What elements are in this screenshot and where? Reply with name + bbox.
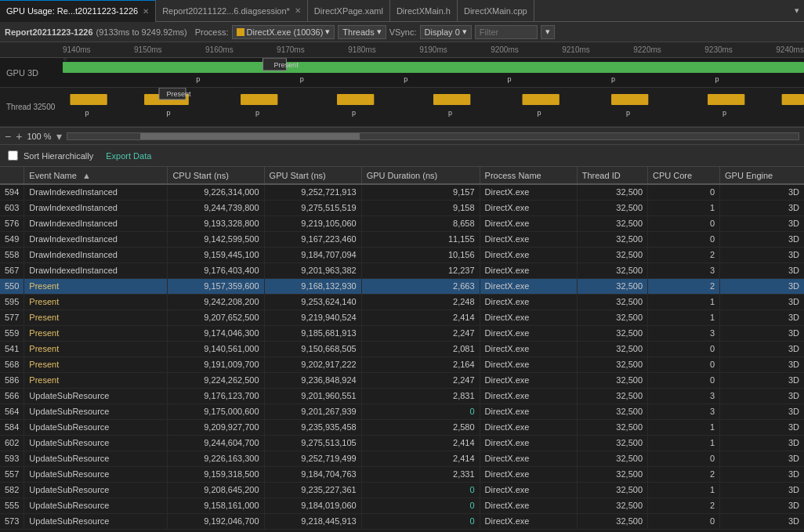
cell-thread-id: 32,500 — [577, 325, 647, 341]
table-row[interactable]: 550 Present 9,157,359,600 9,168,132,930 … — [0, 278, 804, 294]
cell-gpu-engine: 3D — [720, 325, 804, 341]
cell-thread-id: 32,500 — [577, 404, 647, 419]
filter-input[interactable] — [475, 25, 538, 39]
tab-directxpage[interactable]: DirectXPage.xaml — [308, 0, 390, 22]
cell-id: 558 — [0, 247, 24, 262]
zoom-plus-button[interactable]: + — [16, 130, 22, 143]
cell-thread-id: 32,500 — [577, 466, 647, 482]
cell-cpu-start: 9,208,645,200 — [168, 482, 264, 498]
table-row[interactable]: 586 Present 9,224,262,500 9,236,848,924 … — [0, 372, 804, 388]
zoom-level-display: 100 % — [27, 132, 51, 141]
session-label: Report20211223-1226 — [5, 27, 93, 37]
cell-event-name: UpdateSubResource — [24, 498, 168, 513]
cell-thread-id: 32,500 — [577, 215, 647, 231]
col-gpu-engine[interactable]: GPU Engine — [720, 167, 804, 184]
threads-dropdown[interactable]: Threads ▾ — [338, 25, 386, 39]
table-row[interactable]: 557 UpdateSubResource 9,159,318,500 9,18… — [0, 466, 804, 482]
col-process-name[interactable]: Process Name — [480, 167, 577, 184]
thread-track[interactable]: p p p p p p p p Present — [63, 88, 804, 126]
col-gpu-start[interactable]: GPU Start (ns) — [264, 167, 361, 184]
ruler-mark: 9150ms — [134, 45, 162, 54]
table-row[interactable]: 594 DrawIndexedInstanced 9,226,314,000 9… — [0, 184, 804, 200]
col-cpu-start[interactable]: CPU Start (ns) — [168, 167, 264, 184]
table-row[interactable]: 555 UpdateSubResource 9,158,161,000 9,18… — [0, 498, 804, 513]
cell-gpu-start: 9,275,513,105 — [264, 435, 361, 451]
tab-report-close[interactable]: ✕ — [295, 6, 301, 15]
zoom-minus-button[interactable]: − — [5, 130, 11, 143]
cell-event-name: Present — [24, 325, 168, 341]
cell-cpu-start: 9,176,123,700 — [168, 388, 264, 404]
table-row[interactable]: 593 UpdateSubResource 9,226,163,300 9,25… — [0, 451, 804, 466]
cell-cpu-core: 3 — [648, 325, 720, 341]
table-row[interactable]: 603 DrawIndexedInstanced 9,244,739,800 9… — [0, 200, 804, 215]
tab-overflow-button[interactable]: ▾ — [790, 5, 804, 16]
cell-thread-id: 32,500 — [577, 482, 647, 498]
tab-gpu-usage-close[interactable]: ✕ — [143, 7, 149, 16]
filter-dropdown-arrow[interactable]: ▾ — [541, 25, 555, 39]
cell-gpu-engine: 3D — [720, 294, 804, 309]
cell-id: 559 — [0, 325, 24, 341]
sort-hierarchically-input[interactable] — [8, 150, 18, 161]
cell-event-name: UpdateSubResource — [24, 404, 168, 419]
table-row[interactable]: 558 DrawIndexedInstanced 9,159,445,100 9… — [0, 247, 804, 262]
svg-text:p: p — [352, 109, 356, 117]
svg-text:p: p — [715, 75, 719, 83]
cell-thread-id: 32,500 — [577, 372, 647, 388]
cell-event-name: UpdateSubResource — [24, 482, 168, 498]
cell-id: 568 — [0, 356, 24, 372]
vsync-label: VSync: — [389, 27, 417, 37]
cell-process-name: DirectX.exe — [480, 482, 577, 498]
table-row[interactable]: 602 UpdateSubResource 9,244,604,700 9,27… — [0, 435, 804, 451]
col-thread-id[interactable]: Thread ID — [577, 167, 647, 184]
process-dropdown[interactable]: DirectX.exe (10036) ▾ — [232, 25, 335, 39]
gpu3d-track[interactable]: p p p p p p Present — [63, 58, 804, 87]
ruler-mark: 9190ms — [419, 45, 447, 54]
display-arrow: ▾ — [462, 27, 467, 37]
col-gpu-duration[interactable]: GPU Duration (ns) — [361, 167, 480, 184]
sort-hierarchically-checkbox[interactable]: Sort Hierarchically — [8, 150, 93, 161]
export-data-link[interactable]: Export Data — [106, 151, 151, 161]
display-dropdown[interactable]: Display 0 ▾ — [420, 25, 472, 39]
process-value: DirectX.exe (10036) — [247, 27, 324, 37]
tab-report[interactable]: Report20211122...6.diagsession* ✕ — [156, 0, 308, 22]
table-row[interactable]: 573 UpdateSubResource 9,192,046,700 9,21… — [0, 513, 804, 529]
tab-directxmain-cpp[interactable]: DirectXMain.cpp — [458, 0, 534, 22]
cell-event-name: Present — [24, 309, 168, 325]
cell-gpu-duration: 2,831 — [361, 388, 480, 404]
cell-event-name: UpdateSubResource — [24, 513, 168, 529]
tab-gpu-usage[interactable]: GPU Usage: Re...t20211223-1226 ✕ — [0, 0, 156, 22]
table-row[interactable]: 582 UpdateSubResource 9,208,645,200 9,23… — [0, 482, 804, 498]
table-row[interactable]: 541 Present 9,140,561,000 9,150,668,505 … — [0, 341, 804, 356]
cell-cpu-core: 0 — [648, 215, 720, 231]
table-row[interactable]: 549 DrawIndexedInstanced 9,142,599,500 9… — [0, 231, 804, 247]
table-row[interactable]: 559 Present 9,174,046,300 9,185,681,913 … — [0, 325, 804, 341]
table-row[interactable]: 564 UpdateSubResource 9,175,000,600 9,20… — [0, 404, 804, 419]
cell-event-name: DrawIndexedInstanced — [24, 231, 168, 247]
cell-cpu-core: 3 — [648, 262, 720, 278]
table-row[interactable]: 595 Present 9,242,208,200 9,253,624,140 … — [0, 294, 804, 309]
cell-gpu-start: 9,201,963,382 — [264, 262, 361, 278]
cell-gpu-engine: 3D — [720, 215, 804, 231]
events-table-container[interactable]: Event Name ▲ CPU Start (ns) GPU Start (n… — [0, 167, 804, 532]
cell-gpu-duration: 9,157 — [361, 184, 480, 200]
col-event-name[interactable]: Event Name ▲ — [24, 167, 168, 184]
zoom-dropdown-button[interactable]: ▾ — [56, 130, 62, 143]
col-id[interactable] — [0, 167, 24, 184]
cell-cpu-start: 9,192,046,700 — [168, 513, 264, 529]
table-row[interactable]: 568 Present 9,191,009,700 9,202,917,222 … — [0, 356, 804, 372]
cell-event-name: DrawIndexedInstanced — [24, 247, 168, 262]
horizontal-scrollbar[interactable] — [67, 132, 799, 140]
svg-rect-18 — [782, 94, 804, 105]
cell-event-name: Present — [24, 294, 168, 309]
table-body: 594 DrawIndexedInstanced 9,226,314,000 9… — [0, 184, 804, 529]
cell-process-name: DirectX.exe — [480, 262, 577, 278]
cell-event-name: Present — [24, 341, 168, 356]
table-row[interactable]: 566 UpdateSubResource 9,176,123,700 9,20… — [0, 388, 804, 404]
table-row[interactable]: 584 UpdateSubResource 9,209,927,700 9,23… — [0, 419, 804, 435]
tab-directxmain-h[interactable]: DirectXMain.h — [390, 0, 458, 22]
table-row[interactable]: 577 Present 9,207,652,500 9,219,940,524 … — [0, 309, 804, 325]
timeline-area: 9140ms9150ms9160ms9170ms9180ms9190ms9200… — [0, 42, 804, 128]
col-cpu-core[interactable]: CPU Core — [648, 167, 720, 184]
table-row[interactable]: 567 DrawIndexedInstanced 9,176,403,400 9… — [0, 262, 804, 278]
table-row[interactable]: 576 DrawIndexedInstanced 9,193,328,800 9… — [0, 215, 804, 231]
